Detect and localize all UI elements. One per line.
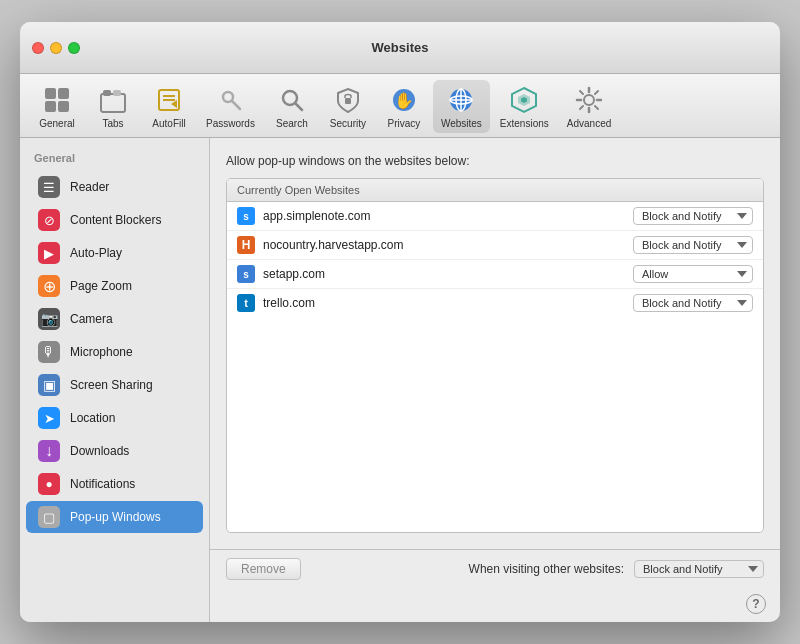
- downloads-icon: ↓: [38, 440, 60, 462]
- site-dropdown-harvest[interactable]: Block and Notify Block Allow: [633, 236, 753, 254]
- toolbar-websites[interactable]: Websites: [433, 80, 490, 133]
- camera-label: Camera: [70, 312, 113, 326]
- sidebar-section-general: General: [20, 148, 209, 170]
- remove-button[interactable]: Remove: [226, 558, 301, 580]
- privacy-icon: ✋: [388, 84, 420, 116]
- visiting-label: When visiting other websites:: [469, 562, 624, 576]
- help-button[interactable]: ?: [746, 594, 766, 614]
- sidebar-item-location[interactable]: ➤ Location: [26, 402, 203, 434]
- svg-line-29: [595, 106, 598, 109]
- toolbar: General Tabs: [20, 74, 780, 138]
- svg-line-30: [595, 91, 598, 94]
- visiting-dropdown[interactable]: Block and Notify Block Allow: [634, 560, 764, 578]
- titlebar: Websites: [20, 22, 780, 74]
- content-blockers-icon: ⊘: [38, 209, 60, 231]
- toolbar-tabs[interactable]: Tabs: [86, 80, 140, 133]
- table-row[interactable]: s app.simplenote.com Block and Notify Bl…: [227, 202, 763, 231]
- table-row[interactable]: H nocountry.harvestapp.com Block and Not…: [227, 231, 763, 260]
- passwords-label: Passwords: [206, 118, 255, 129]
- camera-icon: 📷: [38, 308, 60, 330]
- svg-rect-0: [45, 88, 56, 99]
- minimize-button[interactable]: [50, 42, 62, 54]
- sidebar-item-content-blockers[interactable]: ⊘ Content Blockers: [26, 204, 203, 236]
- maximize-button[interactable]: [68, 42, 80, 54]
- svg-rect-3: [58, 101, 69, 112]
- table-row[interactable]: t trello.com Block and Notify Block Allo…: [227, 289, 763, 317]
- table-header: Currently Open Websites: [227, 179, 763, 202]
- sidebar-item-popup-windows[interactable]: ▢ Pop-up Windows: [26, 501, 203, 533]
- auto-play-icon: ▶: [38, 242, 60, 264]
- search-label: Search: [276, 118, 308, 129]
- location-label: Location: [70, 411, 115, 425]
- site-icon-setapp: s: [237, 265, 255, 283]
- content-area: General ☰ Reader ⊘ Content Blockers ▶ Au…: [20, 138, 780, 622]
- toolbar-general[interactable]: General: [30, 80, 84, 133]
- site-dropdown-trello[interactable]: Block and Notify Block Allow: [633, 294, 753, 312]
- screen-sharing-icon: ▣: [38, 374, 60, 396]
- sidebar-item-screen-sharing[interactable]: ▣ Screen Sharing: [26, 369, 203, 401]
- svg-line-28: [580, 91, 583, 94]
- reader-icon: ☰: [38, 176, 60, 198]
- svg-line-11: [232, 101, 240, 109]
- security-label: Security: [330, 118, 366, 129]
- site-icon-trello: t: [237, 294, 255, 312]
- popup-windows-icon: ▢: [38, 506, 60, 528]
- sidebar-item-notifications[interactable]: ● Notifications: [26, 468, 203, 500]
- page-zoom-label: Page Zoom: [70, 279, 132, 293]
- sidebar-item-reader[interactable]: ☰ Reader: [26, 171, 203, 203]
- site-dropdown-setapp[interactable]: Block and Notify Block Allow: [633, 265, 753, 283]
- sidebar-item-page-zoom[interactable]: ⊕ Page Zoom: [26, 270, 203, 302]
- svg-rect-6: [113, 90, 121, 96]
- site-name-setapp: setapp.com: [263, 267, 625, 281]
- reader-label: Reader: [70, 180, 109, 194]
- toolbar-search[interactable]: Search: [265, 80, 319, 133]
- main-window: Websites General: [20, 22, 780, 622]
- table-row[interactable]: s setapp.com Block and Notify Block Allo…: [227, 260, 763, 289]
- site-dropdown-simplenote[interactable]: Block and Notify Block Allow: [633, 207, 753, 225]
- close-button[interactable]: [32, 42, 44, 54]
- microphone-label: Microphone: [70, 345, 133, 359]
- screen-sharing-label: Screen Sharing: [70, 378, 153, 392]
- sidebar-item-downloads[interactable]: ↓ Downloads: [26, 435, 203, 467]
- window-title: Websites: [372, 40, 429, 55]
- sidebar-item-microphone[interactable]: 🎙 Microphone: [26, 336, 203, 368]
- advanced-label: Advanced: [567, 118, 611, 129]
- svg-line-31: [580, 106, 583, 109]
- site-icon-simplenote: s: [237, 207, 255, 225]
- advanced-icon: [573, 84, 605, 116]
- passwords-icon: [214, 84, 246, 116]
- main-panel: Allow pop-up windows on the websites bel…: [210, 138, 780, 549]
- toolbar-privacy[interactable]: ✋ Privacy: [377, 80, 431, 133]
- website-table: Currently Open Websites s app.simplenote…: [226, 178, 764, 533]
- page-zoom-icon: ⊕: [38, 275, 60, 297]
- toolbar-autofill[interactable]: AutoFill: [142, 80, 196, 133]
- sidebar-item-camera[interactable]: 📷 Camera: [26, 303, 203, 335]
- notifications-label: Notifications: [70, 477, 135, 491]
- svg-rect-14: [345, 98, 351, 104]
- svg-rect-2: [45, 101, 56, 112]
- microphone-icon: 🎙: [38, 341, 60, 363]
- toolbar-security[interactable]: Security: [321, 80, 375, 133]
- toolbar-passwords[interactable]: Passwords: [198, 80, 263, 133]
- tabs-icon: [97, 84, 129, 116]
- toolbar-items: General Tabs: [20, 74, 780, 137]
- svg-rect-4: [101, 94, 125, 112]
- toolbar-extensions[interactable]: Extensions: [492, 80, 557, 133]
- search-icon: [276, 84, 308, 116]
- content-blockers-label: Content Blockers: [70, 213, 161, 227]
- popup-windows-label: Pop-up Windows: [70, 510, 161, 524]
- notifications-icon: ●: [38, 473, 60, 495]
- panel-description: Allow pop-up windows on the websites bel…: [226, 154, 764, 168]
- svg-line-13: [295, 104, 302, 111]
- security-icon: [332, 84, 364, 116]
- sidebar-item-auto-play[interactable]: ▶ Auto-Play: [26, 237, 203, 269]
- site-icon-harvest: H: [237, 236, 255, 254]
- window-controls: [32, 42, 80, 54]
- bottom-bar: Remove When visiting other websites: Blo…: [210, 549, 780, 588]
- extensions-icon: [508, 84, 540, 116]
- general-icon: [41, 84, 73, 116]
- toolbar-advanced[interactable]: Advanced: [559, 80, 619, 133]
- svg-rect-5: [103, 90, 111, 96]
- extensions-label: Extensions: [500, 118, 549, 129]
- site-name-harvest: nocountry.harvestapp.com: [263, 238, 625, 252]
